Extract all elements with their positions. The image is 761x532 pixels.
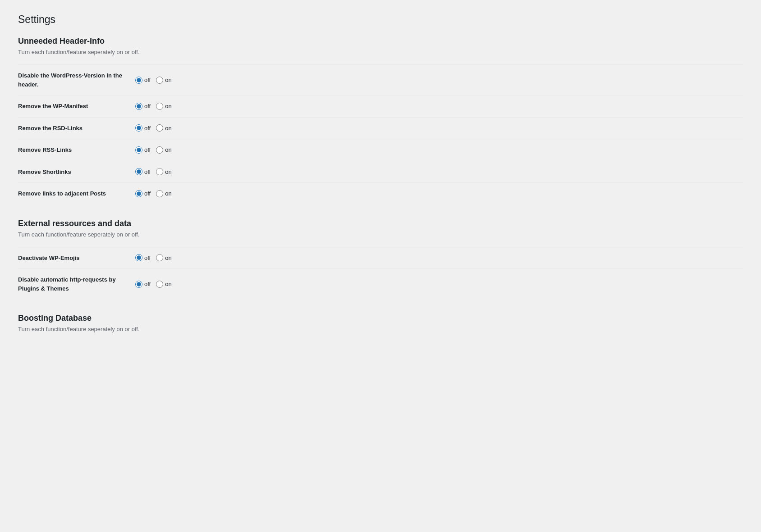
radio-label-off-deactivate-wp-emojis: off: [144, 255, 151, 261]
radio-input-off-remove-adjacent-posts[interactable]: [135, 190, 142, 197]
radio-group-remove-rss-links: offon: [135, 146, 175, 154]
radio-on-deactivate-wp-emojis[interactable]: on: [156, 254, 175, 261]
radio-group-remove-shortlinks: offon: [135, 168, 175, 175]
radio-input-on-remove-adjacent-posts[interactable]: [156, 190, 163, 197]
radio-input-off-remove-shortlinks[interactable]: [135, 168, 142, 175]
setting-row-remove-wp-manifest: Remove the WP-Manifestoffon: [18, 95, 743, 117]
radio-group-deactivate-wp-emojis: offon: [135, 254, 175, 261]
radio-on-disable-http-requests[interactable]: on: [156, 281, 175, 288]
radio-label-on-disable-http-requests: on: [165, 281, 171, 287]
setting-label-remove-adjacent-posts: Remove links to adjacent Posts: [18, 189, 135, 198]
radio-label-on-remove-wp-manifest: on: [165, 103, 171, 109]
setting-label-remove-rsd-links: Remove the RSD-Links: [18, 124, 135, 133]
radio-input-off-remove-rsd-links[interactable]: [135, 124, 142, 132]
section-boosting-database: Boosting DatabaseTurn each function/feat…: [18, 314, 743, 332]
radio-label-off-remove-rss-links: off: [144, 146, 151, 153]
radio-label-on-deactivate-wp-emojis: on: [165, 255, 171, 261]
radio-on-remove-rss-links[interactable]: on: [156, 146, 175, 154]
radio-input-off-disable-wp-version[interactable]: [135, 77, 142, 84]
section-title-boosting-database: Boosting Database: [18, 314, 743, 323]
setting-label-deactivate-wp-emojis: Deactivate WP-Emojis: [18, 254, 135, 263]
setting-row-remove-adjacent-posts: Remove links to adjacent Postsoffon: [18, 182, 743, 205]
radio-off-deactivate-wp-emojis[interactable]: off: [135, 254, 154, 261]
radio-off-remove-rss-links[interactable]: off: [135, 146, 154, 154]
radio-off-disable-wp-version[interactable]: off: [135, 77, 154, 84]
section-unneeded-header-info: Unneeded Header-InfoTurn each function/f…: [18, 36, 743, 205]
radio-input-off-disable-http-requests[interactable]: [135, 281, 142, 288]
section-external-resources: External ressources and dataTurn each fu…: [18, 219, 743, 300]
section-title-external-resources: External ressources and data: [18, 219, 743, 228]
radio-on-disable-wp-version[interactable]: on: [156, 77, 175, 84]
radio-group-disable-wp-version: offon: [135, 77, 175, 84]
radio-on-remove-shortlinks[interactable]: on: [156, 168, 175, 175]
radio-input-on-remove-rss-links[interactable]: [156, 146, 163, 154]
radio-label-off-remove-rsd-links: off: [144, 125, 151, 132]
section-title-unneeded-header-info: Unneeded Header-Info: [18, 36, 743, 46]
radio-label-off-remove-adjacent-posts: off: [144, 190, 151, 197]
radio-off-disable-http-requests[interactable]: off: [135, 281, 154, 288]
page-title: Settings: [18, 14, 743, 26]
radio-input-on-disable-http-requests[interactable]: [156, 281, 163, 288]
radio-label-off-disable-http-requests: off: [144, 281, 151, 287]
radio-group-remove-rsd-links: offon: [135, 124, 175, 132]
setting-label-disable-wp-version: Disable the WordPress-Version in the hea…: [18, 71, 135, 89]
radio-on-remove-wp-manifest[interactable]: on: [156, 103, 175, 110]
setting-row-remove-rsd-links: Remove the RSD-Linksoffon: [18, 117, 743, 139]
setting-row-remove-rss-links: Remove RSS-Linksoffon: [18, 139, 743, 161]
setting-label-remove-wp-manifest: Remove the WP-Manifest: [18, 102, 135, 111]
radio-off-remove-shortlinks[interactable]: off: [135, 168, 154, 175]
radio-label-off-remove-shortlinks: off: [144, 168, 151, 175]
radio-input-off-remove-rss-links[interactable]: [135, 146, 142, 154]
radio-label-on-disable-wp-version: on: [165, 77, 171, 83]
setting-row-deactivate-wp-emojis: Deactivate WP-Emojisoffon: [18, 247, 743, 269]
radio-label-on-remove-shortlinks: on: [165, 168, 171, 175]
radio-input-on-remove-rsd-links[interactable]: [156, 124, 163, 132]
section-description-external-resources: Turn each function/feature seperately on…: [18, 231, 743, 238]
setting-row-remove-shortlinks: Remove Shortlinksoffon: [18, 161, 743, 183]
setting-label-remove-shortlinks: Remove Shortlinks: [18, 168, 135, 177]
radio-off-remove-adjacent-posts[interactable]: off: [135, 190, 154, 197]
setting-label-disable-http-requests: Disable automatic http-requests by Plugi…: [18, 275, 135, 293]
radio-label-off-disable-wp-version: off: [144, 77, 151, 83]
radio-on-remove-adjacent-posts[interactable]: on: [156, 190, 175, 197]
radio-label-on-remove-rsd-links: on: [165, 125, 171, 132]
radio-input-on-remove-wp-manifest[interactable]: [156, 103, 163, 110]
section-description-boosting-database: Turn each function/feature seperately on…: [18, 326, 743, 332]
radio-input-on-disable-wp-version[interactable]: [156, 77, 163, 84]
radio-label-off-remove-wp-manifest: off: [144, 103, 151, 109]
radio-label-on-remove-adjacent-posts: on: [165, 190, 171, 197]
section-description-unneeded-header-info: Turn each function/feature seperately on…: [18, 49, 743, 55]
radio-input-on-deactivate-wp-emojis[interactable]: [156, 254, 163, 261]
setting-row-disable-http-requests: Disable automatic http-requests by Plugi…: [18, 268, 743, 299]
radio-label-on-remove-rss-links: on: [165, 146, 171, 153]
setting-row-disable-wp-version: Disable the WordPress-Version in the hea…: [18, 64, 743, 95]
radio-on-remove-rsd-links[interactable]: on: [156, 124, 175, 132]
setting-label-remove-rss-links: Remove RSS-Links: [18, 146, 135, 155]
radio-off-remove-rsd-links[interactable]: off: [135, 124, 154, 132]
radio-off-remove-wp-manifest[interactable]: off: [135, 103, 154, 110]
radio-input-off-remove-wp-manifest[interactable]: [135, 103, 142, 110]
radio-group-disable-http-requests: offon: [135, 281, 175, 288]
radio-group-remove-adjacent-posts: offon: [135, 190, 175, 197]
radio-group-remove-wp-manifest: offon: [135, 103, 175, 110]
radio-input-on-remove-shortlinks[interactable]: [156, 168, 163, 175]
radio-input-off-deactivate-wp-emojis[interactable]: [135, 254, 142, 261]
